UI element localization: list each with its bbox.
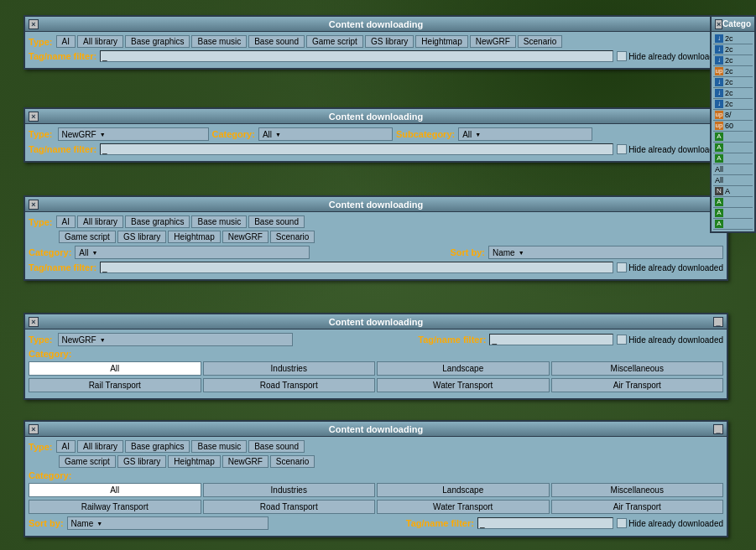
cat-btn-5-water[interactable]: Water Transport: [377, 500, 550, 514]
sort-dropdown-5[interactable]: Name: [67, 516, 269, 530]
sidebar-icon-0: ↓: [715, 34, 723, 43]
cat-btn-5-road[interactable]: Road Transport: [203, 500, 376, 514]
cat-btn-4-water[interactable]: Water Transport: [377, 378, 550, 392]
type-btn-basemusic[interactable]: Base music: [191, 35, 247, 48]
cat-btn-5-land[interactable]: Landscape: [377, 483, 550, 497]
sidebar-content: ↓ 2c ↓ 2c ↓ 2c up 2c ↓ 2c ↓ 2c ↓ 2c up 8: [712, 32, 754, 231]
sidebar-item-3[interactable]: up 2c: [713, 66, 753, 77]
sidebar-item-6[interactable]: ↓ 2c: [713, 99, 753, 110]
type-btn-5-hm[interactable]: Heightmap: [168, 455, 220, 468]
type-btn-5-gs[interactable]: Game script: [59, 455, 116, 468]
close-button-1[interactable]: ×: [29, 19, 39, 29]
sidebar-item-2[interactable]: ↓ 2c: [713, 55, 753, 66]
minimize-button-4[interactable]: _: [713, 317, 723, 327]
hide-checkbox-4[interactable]: [617, 335, 627, 345]
type-btn-gslibrary[interactable]: GS library: [365, 35, 414, 48]
type-btn-3-bm[interactable]: Base music: [191, 215, 247, 228]
type-btn-3-bs[interactable]: Base sound: [248, 215, 305, 228]
cat-btn-4-rail[interactable]: Rail Transport: [29, 378, 201, 392]
filter-input-4[interactable]: [489, 334, 613, 345]
sidebar-icon-10: A: [715, 143, 723, 152]
type-btn-heightmap[interactable]: Heightmap: [415, 35, 467, 48]
hide-checkbox-1[interactable]: [617, 51, 627, 61]
type-btn-3-ngrf[interactable]: NewGRF: [222, 231, 269, 243]
close-button-5[interactable]: ×: [29, 424, 39, 434]
type-btn-5-scen[interactable]: Scenario: [270, 455, 315, 468]
type-btn-3-gsl[interactable]: GS library: [117, 231, 166, 243]
type-btn-3-all[interactable]: All library: [77, 215, 123, 228]
sidebar-item-n[interactable]: N A: [713, 186, 753, 197]
type-btn-gamescript[interactable]: Game script: [306, 35, 363, 48]
cat-btn-5-misc[interactable]: Miscellaneous: [551, 483, 724, 497]
close-button-2[interactable]: ×: [29, 112, 39, 122]
cat-btn-4-air[interactable]: Air Transport: [551, 378, 724, 392]
type-btn-3-scen[interactable]: Scenario: [270, 231, 315, 243]
cat-btn-5-air[interactable]: Air Transport: [551, 500, 724, 514]
type-btn-ai[interactable]: AI: [56, 35, 76, 48]
type-btn-5-all[interactable]: All library: [77, 440, 123, 453]
cat-btn-4-misc[interactable]: Miscellaneous: [551, 361, 724, 376]
cat-btn-4-all[interactable]: All: [29, 361, 201, 376]
hide-checkbox-5[interactable]: [617, 518, 627, 528]
cat-dropdown-3[interactable]: All: [75, 246, 310, 259]
type-dropdown-4[interactable]: NewGRF: [58, 333, 293, 346]
sidebar-item-5[interactable]: ↓ 2c: [713, 88, 753, 99]
type-btn-3-bg[interactable]: Base graphics: [125, 215, 190, 228]
type-btn-5-gsl[interactable]: GS library: [117, 455, 166, 468]
filter-label-2: Tag/name filter:: [29, 144, 96, 154]
filter-input-1[interactable]: [100, 50, 613, 62]
sidebar-item-all1[interactable]: All: [713, 164, 753, 175]
sidebar-item-8[interactable]: up 60: [713, 121, 753, 132]
sidebar-item-11[interactable]: A: [713, 153, 753, 164]
hide-downloaded-3: Hide already downloaded: [617, 262, 723, 272]
type-btn-5-bs[interactable]: Base sound: [248, 440, 305, 453]
hide-label-4: Hide already downloaded: [628, 335, 723, 345]
type-btn-basesound[interactable]: Base sound: [248, 35, 305, 48]
category-label-2: Category:: [212, 129, 255, 139]
type-btn-3-gs[interactable]: Game script: [59, 231, 116, 243]
sidebar-item-16[interactable]: A: [713, 208, 753, 219]
cat-btn-4-road[interactable]: Road Transport: [203, 378, 376, 392]
sort-dropdown-3[interactable]: Name: [488, 246, 723, 259]
window-5: × Content downloading _ Type: AI All lib…: [23, 420, 728, 537]
minimize-button-5[interactable]: _: [713, 424, 723, 434]
cat-btn-4-land[interactable]: Landscape: [377, 361, 550, 376]
filter-input-5[interactable]: [477, 517, 613, 529]
sidebar-item-4[interactable]: ↓ 2c: [713, 77, 753, 88]
sidebar-item-all2[interactable]: All: [713, 175, 753, 186]
hide-checkbox-2[interactable]: [617, 144, 627, 154]
sidebar-item-7[interactable]: up 8/: [713, 110, 753, 121]
sidebar-item-1[interactable]: ↓ 2c: [713, 44, 753, 55]
sidebar-text-7: 8/: [725, 111, 732, 119]
type-btn-basegraphics[interactable]: Base graphics: [125, 35, 190, 48]
type-btn-5-bm[interactable]: Base music: [191, 440, 247, 453]
hide-checkbox-3[interactable]: [617, 262, 627, 272]
type-btn-newgrf[interactable]: NewGRF: [470, 35, 516, 48]
sidebar-item-10[interactable]: A: [713, 143, 753, 153]
cat-btn-5-ind[interactable]: Industries: [203, 483, 376, 497]
filter-input-3[interactable]: [100, 262, 613, 273]
category-dropdown-2[interactable]: All: [258, 127, 393, 141]
sidebar-close[interactable]: ×: [715, 19, 722, 29]
hide-downloaded-5: Hide already downloaded: [617, 518, 723, 528]
close-button-3[interactable]: ×: [29, 200, 39, 210]
filter-input-2[interactable]: [100, 143, 613, 155]
cat-btn-5-all[interactable]: All: [29, 483, 201, 497]
cat-btn-5-rail[interactable]: Railway Transport: [29, 500, 201, 514]
subcategory-dropdown-2[interactable]: All: [458, 127, 592, 141]
type-btn-alllibrary[interactable]: All library: [77, 35, 123, 48]
type-btn-3-ai[interactable]: AI: [56, 215, 76, 228]
close-button-4[interactable]: ×: [29, 317, 39, 327]
sidebar-item-9[interactable]: A: [713, 132, 753, 143]
sidebar-item-15[interactable]: A: [713, 197, 753, 208]
type-btn-scenario[interactable]: Scenario: [518, 35, 562, 48]
type-btn-5-ngrf[interactable]: NewGRF: [222, 455, 269, 468]
sidebar-item-17[interactable]: A: [713, 219, 753, 230]
type-dropdown-2[interactable]: NewGRF: [58, 127, 209, 141]
sidebar-item-0[interactable]: ↓ 2c: [713, 34, 753, 44]
cat-btn-4-ind[interactable]: Industries: [203, 361, 376, 376]
type-btn-3-hm[interactable]: Heightmap: [168, 231, 220, 243]
cat-grid-4a: All Industries Landscape Miscellaneous: [29, 361, 723, 376]
type-btn-5-bg[interactable]: Base graphics: [125, 440, 190, 453]
type-btn-5-ai[interactable]: AI: [56, 440, 76, 453]
